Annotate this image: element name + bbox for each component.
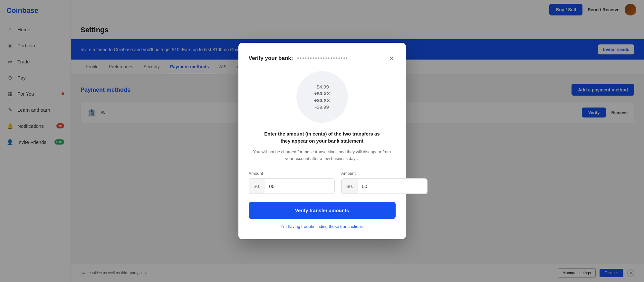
modal-bank-name: •••••••••••••••••••• [297,55,348,61]
modal-overlay: Verify your bank: •••••••••••••••••••• ✕… [0,0,644,282]
tx-value-4: -$9.99 [315,104,329,110]
amount-fields: Amount $0. Amount $0. [249,171,396,194]
amount-input-row-2: $0. [341,178,428,194]
amount-input-row-1: $0. [249,178,335,194]
amount-label-1: Amount [249,171,335,176]
amount-group-2: Amount $0. [341,171,428,194]
amount-input-2[interactable] [358,179,427,193]
trouble-link[interactable]: I'm having trouble finding these transac… [249,224,396,229]
amount-prefix-1: $0. [249,179,265,193]
amount-prefix-2: $0. [342,179,358,193]
modal-close-button[interactable]: ✕ [388,53,396,63]
transaction-visual: -$4.99 +$0.XX +$0.XX -$9.99 [296,71,348,123]
tx-value-2: +$0.XX [314,91,330,96]
verify-bank-modal: Verify your bank: •••••••••••••••••••• ✕… [238,43,406,240]
modal-title: Verify your bank: •••••••••••••••••••• [249,55,349,61]
modal-header: Verify your bank: •••••••••••••••••••• ✕ [249,53,396,63]
amount-group-1: Amount $0. [249,171,335,194]
tx-value-3: +$0.XX [314,98,330,103]
verify-transfer-button[interactable]: Verify transfer amounts [249,202,396,219]
modal-description-sub: You will not be charged for these transa… [249,149,396,162]
modal-description-main: Enter the amount (in cents) of the two t… [249,130,396,145]
amount-input-1[interactable] [265,179,334,193]
amount-label-2: Amount [341,171,428,176]
tx-value-1: -$4.99 [315,84,329,89]
